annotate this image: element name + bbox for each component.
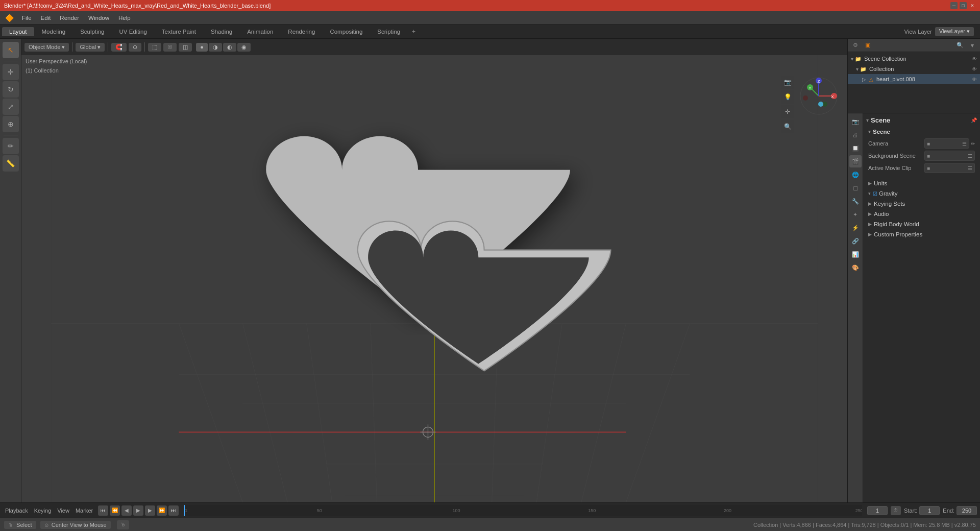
workspace-tab-sculpting[interactable]: Sculpting	[73, 27, 111, 36]
select-status-btn[interactable]: 🖱 Select	[4, 521, 36, 529]
jump-end-button[interactable]: ⏭	[168, 505, 179, 516]
current-frame-field[interactable]: 1	[867, 506, 888, 515]
rigid-body-section[interactable]: ▶ Rigid Body World	[866, 219, 977, 229]
overlay-button[interactable]: ☉	[163, 43, 177, 52]
outliner-scene-collection[interactable]: ▾ 📁 Scene Collection 👁	[848, 54, 980, 64]
tool-move[interactable]: ✛	[3, 64, 19, 80]
view-layer-selector[interactable]: ViewLayer ▾	[935, 27, 974, 36]
outliner-view-btn[interactable]: ⚙	[850, 40, 861, 51]
tool-measure[interactable]: 📏	[3, 155, 19, 172]
extra-status-btn[interactable]: 🖱	[117, 520, 129, 529]
menu-help[interactable]: Help	[114, 14, 135, 22]
workspace-tab-uv-editing[interactable]: UV Editing	[112, 27, 154, 36]
next-frame-button[interactable]: ⏩	[157, 505, 167, 516]
gravity-section[interactable]: ▾ ☑ Gravity	[866, 188, 977, 199]
workspace-tab-animation[interactable]: Animation	[240, 27, 280, 36]
show-gizmos-button[interactable]: ⬚	[148, 43, 161, 52]
tool-annotate[interactable]: ✏	[3, 138, 19, 154]
workspace-tab-compositing[interactable]: Compositing	[323, 27, 370, 36]
workspace-tab-texture-paint[interactable]: Texture Paint	[155, 27, 203, 36]
menu-blender[interactable]: 🔶	[2, 13, 17, 23]
workspace-tab-scripting[interactable]: Scripting	[370, 27, 407, 36]
menu-file[interactable]: File	[18, 14, 36, 22]
outliner-filter-icon[interactable]: ▼	[967, 40, 978, 51]
timeline-view-menu[interactable]: View	[55, 506, 71, 515]
workspace-tab-modeling[interactable]: Modeling	[35, 27, 73, 36]
bg-scene-browse-icon[interactable]: ☰	[968, 153, 972, 159]
timeline-keying-menu[interactable]: Keying	[32, 506, 54, 515]
prop-tab-object[interactable]: ▢	[849, 182, 862, 194]
window-controls[interactable]: ─ □ ✕	[950, 2, 976, 9]
units-section[interactable]: ▶ Units	[866, 178, 977, 188]
tool-select[interactable]: ↖	[3, 42, 19, 58]
add-workspace-button[interactable]: +	[408, 27, 420, 37]
tool-transform[interactable]: ⊕	[3, 116, 19, 132]
viewport-gizmo[interactable]: X Y Z	[798, 76, 839, 118]
bg-scene-value[interactable]: ■ ☰	[924, 151, 975, 161]
jump-start-button[interactable]: ⏮	[98, 505, 108, 516]
prop-tab-modifier[interactable]: 🔧	[849, 195, 862, 207]
prop-tab-material[interactable]: 🎨	[849, 261, 862, 274]
menu-edit[interactable]: Edit	[37, 14, 55, 22]
prev-keyframe-button[interactable]: ◀	[121, 505, 132, 516]
prop-tab-constraints[interactable]: 🔗	[849, 235, 862, 247]
timeline-playback-menu[interactable]: Playback	[3, 506, 30, 515]
outliner-collection[interactable]: ▾ 📁 Collection 👁	[848, 64, 980, 74]
end-frame-field[interactable]: 250	[957, 506, 977, 515]
outliner-search-btn[interactable]: 🔍	[954, 40, 966, 51]
movie-clip-browse-icon[interactable]: ☰	[968, 165, 972, 171]
prop-tab-scene[interactable]: 🎬	[849, 155, 862, 167]
tool-rotate[interactable]: ↻	[3, 81, 19, 98]
prop-tab-data[interactable]: 📊	[849, 248, 862, 260]
xray-button[interactable]: ◫	[179, 43, 192, 52]
eye-icon-scene[interactable]: 👁	[972, 56, 977, 62]
view-light-button[interactable]: 💡	[781, 90, 794, 104]
prev-frame-button[interactable]: ⏪	[110, 505, 120, 516]
tool-scale[interactable]: ⤢	[3, 99, 19, 115]
shading-eevee[interactable]: ◉	[237, 43, 251, 52]
start-frame-field[interactable]: 1	[919, 506, 940, 515]
global-transform-selector[interactable]: Global ▾	[76, 43, 105, 52]
viewport-3d[interactable]: Object Mode ▾ Global ▾ 🧲 ⊙ ⬚ ☉ ◫ ● ◑ ◐ ◉	[21, 39, 847, 502]
timeline-bar[interactable]: 1 50 100 150 200 250	[184, 505, 862, 516]
shading-rendered[interactable]: ◐	[223, 43, 236, 52]
outliner-heart-object[interactable]: ▷ △ heart_pivot.008 👁	[848, 74, 980, 84]
prop-tab-physics[interactable]: ⚡	[849, 222, 862, 234]
outliner-filter-btn[interactable]: ▣	[862, 40, 873, 51]
prop-tab-world[interactable]: 🌐	[849, 168, 862, 181]
menu-window[interactable]: Window	[84, 14, 113, 22]
camera-browse-icon[interactable]: ☰	[962, 141, 967, 147]
minimize-button[interactable]: ─	[950, 2, 958, 9]
proportional-edit-button[interactable]: ⊙	[129, 43, 141, 52]
close-button[interactable]: ✕	[969, 2, 976, 9]
view-camera-button[interactable]: 📷	[781, 76, 794, 89]
audio-section[interactable]: ▶ Audio	[866, 209, 977, 219]
eye-icon-collection[interactable]: 👁	[972, 66, 977, 72]
snap-button[interactable]: 🧲	[111, 43, 127, 52]
menu-render[interactable]: Render	[56, 14, 83, 22]
play-button[interactable]: ▶	[133, 505, 143, 516]
view-search-button[interactable]: 🔍	[781, 120, 794, 133]
object-mode-selector[interactable]: Object Mode ▾	[24, 43, 69, 52]
prop-tab-viewlayer[interactable]: 🔲	[849, 142, 862, 154]
prop-tab-output[interactable]: 🖨	[849, 129, 862, 141]
camera-value[interactable]: ■ ☰	[924, 138, 969, 149]
keying-sets-section[interactable]: ▶ Keying Sets	[866, 199, 977, 209]
center-view-status-btn[interactable]: ⊙ Center View to Mouse	[40, 521, 111, 529]
shading-material[interactable]: ◑	[209, 43, 222, 52]
maximize-button[interactable]: □	[960, 2, 967, 9]
viewport-canvas[interactable]: X Y Z 📷 💡	[21, 55, 847, 502]
camera-edit-icon[interactable]: ✏	[971, 141, 975, 147]
prop-tab-render[interactable]: 📷	[849, 115, 862, 128]
shading-solid[interactable]: ●	[196, 43, 208, 52]
gravity-checkbox[interactable]: ☑	[873, 191, 877, 197]
workspace-tab-rendering[interactable]: Rendering	[281, 27, 322, 36]
timeline-clock-icon[interactable]: ⏱	[891, 506, 901, 515]
eye-icon-heart[interactable]: 👁	[972, 77, 977, 82]
next-keyframe-button[interactable]: ▶	[145, 505, 155, 516]
custom-props-section[interactable]: ▶ Custom Properties	[866, 229, 977, 239]
workspace-tab-layout[interactable]: Layout	[2, 27, 34, 36]
movie-clip-value[interactable]: ■ ☰	[924, 163, 975, 173]
scene-section[interactable]: ▾ Scene	[866, 127, 977, 136]
prop-tab-particles[interactable]: ✦	[849, 208, 862, 221]
